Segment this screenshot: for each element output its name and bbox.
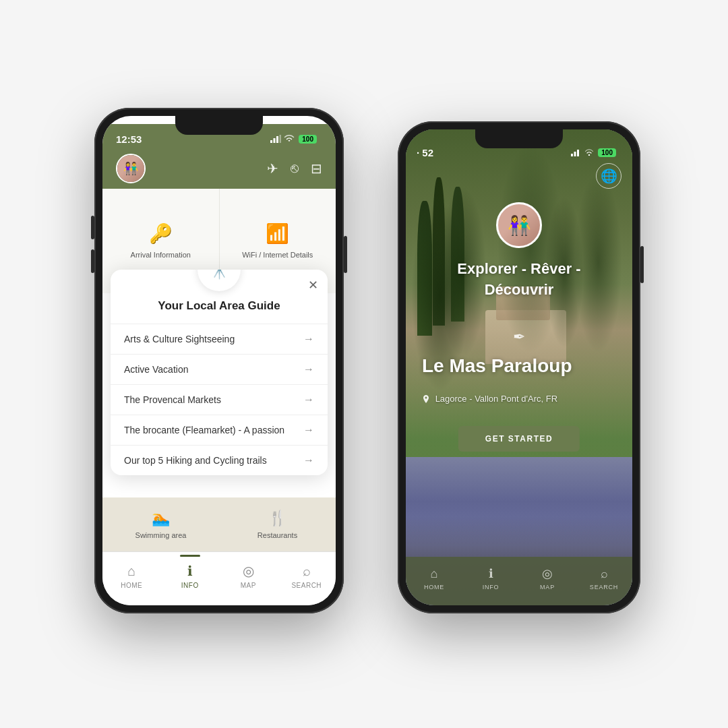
pen-icon: ✒ <box>513 328 525 346</box>
tab-home-2[interactable]: ⌂ HOME <box>406 567 462 596</box>
tab-bar-2: ⌂ HOME ℹ INFO ◎ MAP ⌕ SEARCH <box>406 557 632 605</box>
wifi-icon <box>284 135 295 143</box>
svg-rect-6 <box>577 150 579 156</box>
list-item-label: Our top 5 Hiking and Cycling trails <box>124 455 267 466</box>
phone-1-screen: 12:53 100 <box>102 116 336 605</box>
status-time-2: · 52 <box>417 147 433 158</box>
close-button[interactable]: ✕ <box>308 278 318 293</box>
search-label-2: SEARCH <box>590 584 618 590</box>
home-icon-2: ⌂ <box>431 567 438 581</box>
wifi-icon-2 <box>584 149 594 156</box>
phone-2-screen: · 52 100 🌐 👫 <box>406 129 632 605</box>
scene: 12:53 100 <box>61 61 667 667</box>
search-icon: ⌕ <box>303 564 311 579</box>
home-label: HOME <box>121 582 142 589</box>
tab-info-2[interactable]: ℹ INFO <box>462 566 519 596</box>
swimming-label: Swimming area <box>135 531 187 539</box>
list-item[interactable]: Our top 5 Hiking and Cycling trails → <box>111 445 328 475</box>
vol-up-button[interactable] <box>91 216 94 239</box>
local-area-guide-modal: 🔭 ✕ Your Local Area Guide Arts & Culture… <box>111 270 328 475</box>
print-icon[interactable]: ⊟ <box>311 160 322 177</box>
status-time: 12:53 <box>116 133 142 145</box>
search-icon-2: ⌕ <box>601 567 608 581</box>
power-button-2[interactable] <box>640 246 644 283</box>
bottom-tiles: 🏊 Swimming area 🍴 Restaurants <box>102 497 336 551</box>
swimming-icon: 🏊 <box>152 510 170 527</box>
list-item-label: Active Vacation <box>124 364 188 375</box>
map-label-2: MAP <box>540 584 555 590</box>
active-indicator <box>180 555 200 557</box>
battery-badge-2: 100 <box>598 148 616 157</box>
search-label: SEARCH <box>291 582 322 589</box>
battery-badge: 100 <box>299 135 317 144</box>
avatar-image: 👫 <box>117 155 144 182</box>
phone-1: 12:53 100 <box>94 108 344 613</box>
tab-map-2[interactable]: ◎ MAP <box>519 566 576 596</box>
property-avatar: 👫 <box>496 202 542 248</box>
list-item-label: The Provencal Markets <box>124 394 221 405</box>
get-started-button[interactable]: GET STARTED <box>458 426 580 452</box>
status-icons-2: 100 <box>571 148 616 157</box>
app-header: 👫 ✈ ⎋ ⊟ <box>102 148 336 189</box>
arrow-icon: → <box>303 363 314 375</box>
globe-button[interactable]: 🌐 <box>596 163 621 189</box>
svg-point-7 <box>588 154 590 156</box>
tab-home[interactable]: ⌂ HOME <box>102 564 161 595</box>
map-label: MAP <box>241 582 256 589</box>
tab-search-2[interactable]: ⌕ SEARCH <box>576 567 632 596</box>
svg-rect-5 <box>574 152 576 156</box>
tab-search[interactable]: ⌕ SEARCH <box>278 564 336 595</box>
info-icon: ℹ <box>187 563 193 579</box>
tab-bar: ⌂ HOME ℹ INFO ◎ MAP ⌕ SEARCH <box>102 551 336 605</box>
svg-rect-3 <box>280 135 282 143</box>
list-item[interactable]: Arts & Culture Sightseeing → <box>111 324 328 354</box>
location-pin-icon <box>422 395 430 404</box>
home-label-2: HOME <box>424 584 444 590</box>
arrow-icon: → <box>303 424 314 436</box>
list-item[interactable]: Active Vacation → <box>111 354 328 384</box>
tab-map[interactable]: ◎ MAP <box>219 563 278 595</box>
list-item[interactable]: The Provencal Markets → <box>111 384 328 415</box>
arrow-icon: → <box>303 454 314 466</box>
header-icons: ✈ ⎋ ⊟ <box>267 160 322 177</box>
list-item[interactable]: The brocante (Fleamarket) - A passion → <box>111 415 328 445</box>
tab-info[interactable]: ℹ INFO <box>161 563 220 595</box>
restaurants-icon: 🍴 <box>268 510 286 527</box>
list-item-label: Arts & Culture Sightseeing <box>124 334 235 344</box>
arrival-label: Arrival Information <box>131 250 191 260</box>
avatar[interactable]: 👫 <box>116 154 146 183</box>
wifi-label: WiFi / Internet Details <box>242 250 313 260</box>
notch-2 <box>475 129 563 148</box>
send-icon[interactable]: ✈ <box>267 160 278 177</box>
list-item-label: The brocante (Fleamarket) - A passion <box>124 425 284 435</box>
guide-list: Arts & Culture Sightseeing → Active Vaca… <box>111 324 328 475</box>
svg-rect-2 <box>276 136 278 143</box>
notch <box>175 116 263 135</box>
signal-icon-2 <box>571 148 582 156</box>
property-name: Le Mas Paraloup <box>422 355 572 377</box>
info-label: INFO <box>181 582 199 589</box>
svg-rect-4 <box>571 154 573 156</box>
key-icon: 🔑 <box>149 222 173 245</box>
info-label-2: INFO <box>483 584 499 590</box>
home-icon: ⌂ <box>127 564 135 579</box>
svg-rect-0 <box>270 140 272 143</box>
arrow-icon: → <box>303 333 314 345</box>
restaurants-label: Restaurants <box>257 531 297 539</box>
property-location: Lagorce - Vallon Pont d'Arc, FR <box>422 394 557 404</box>
map-icon: ◎ <box>243 563 254 579</box>
power-button[interactable] <box>344 236 347 273</box>
restaurants-tile[interactable]: 🍴 Restaurants <box>219 497 336 551</box>
status-icons: 100 <box>270 135 317 144</box>
property-tagline: Explorer - Rêver -Découvrir <box>406 259 632 301</box>
arrow-icon: → <box>303 394 314 406</box>
signal-icon <box>270 135 281 143</box>
info-icon-2: ℹ <box>489 566 493 581</box>
vol-down-button[interactable] <box>91 249 94 273</box>
svg-rect-1 <box>274 138 276 143</box>
map-icon-2: ◎ <box>542 566 553 581</box>
phone-2: · 52 100 🌐 👫 <box>398 121 640 613</box>
wifi-tile-icon: 📶 <box>266 222 289 245</box>
swimming-tile[interactable]: 🏊 Swimming area <box>102 497 219 551</box>
share-icon[interactable]: ⎋ <box>291 160 299 177</box>
